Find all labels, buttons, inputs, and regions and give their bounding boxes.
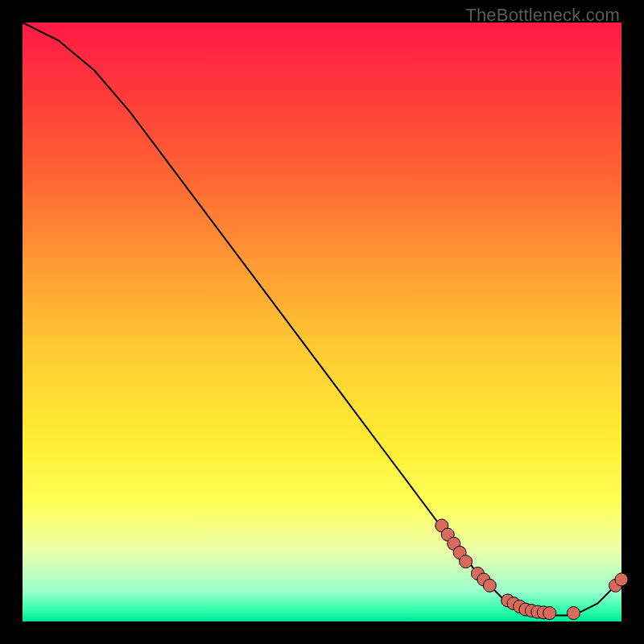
markers-group — [436, 519, 628, 620]
data-marker — [460, 555, 473, 568]
data-marker — [543, 607, 556, 620]
data-marker — [483, 579, 496, 592]
data-marker — [567, 607, 580, 620]
plot-area — [23, 23, 621, 621]
bottleneck-curve-line — [23, 23, 621, 616]
chart-container: TheBottleneck.com — [0, 0, 644, 644]
data-marker — [615, 573, 628, 586]
chart-svg — [23, 23, 621, 621]
